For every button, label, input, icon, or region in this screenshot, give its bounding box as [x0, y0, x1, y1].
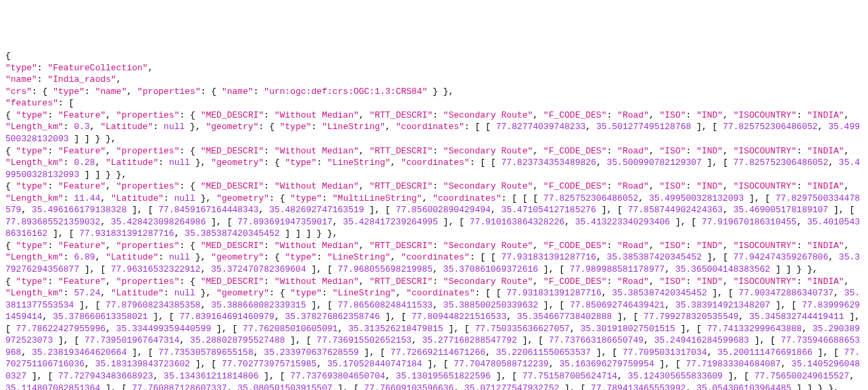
geojson-text: { "type": "FeatureCollection", "name": "… — [5, 50, 863, 390]
